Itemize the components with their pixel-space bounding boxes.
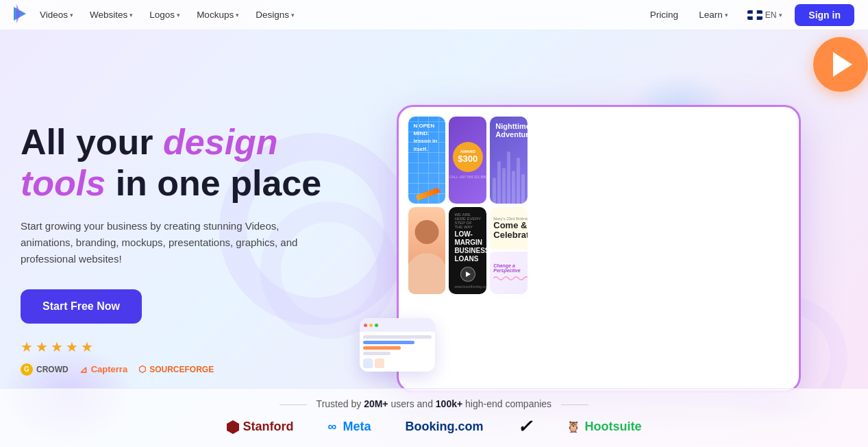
- badge-capterra: ⊿ Capterra: [79, 364, 127, 375]
- capterra-icon: ⊿: [79, 364, 88, 375]
- svg-marker-1: [16, 4, 21, 23]
- birthday-card: Mary's 23rd Birthday Come & Celebrate: [490, 207, 528, 250]
- play-icon: [833, 52, 852, 77]
- badge-sourceforge: ⬡ SOURCEFORGE: [138, 364, 214, 374]
- divider-right: [561, 404, 588, 405]
- nighttime-title: Nighttime Adventures: [490, 117, 528, 144]
- brand-logos-row: Stanford ∞ Meta Booking.com ✓ 🦉 Hootsuit…: [27, 416, 841, 437]
- meta-logo-icon: ∞: [328, 420, 337, 434]
- hootsuite-icon: 🦉: [567, 420, 580, 433]
- brand-meta: ∞ Meta: [328, 420, 371, 434]
- come-celebrate: Come & Celebrate: [493, 221, 528, 241]
- preview-cell-4: [408, 207, 446, 294]
- language-selector[interactable]: EN ▾: [742, 8, 789, 23]
- nav-websites[interactable]: Websites ▾: [83, 5, 140, 24]
- award-circle: AWARD $300: [453, 142, 483, 172]
- star-2: ★: [36, 339, 48, 355]
- loans-card: WE ARE HERE EVERY STEP OF THE WAY LOW-MA…: [449, 207, 486, 294]
- browser-line-4: [363, 352, 390, 355]
- logo[interactable]: [14, 4, 33, 26]
- nav-logos[interactable]: Logos ▾: [142, 5, 187, 24]
- trusted-20m: 20M+: [364, 398, 388, 409]
- building-6: [517, 158, 520, 204]
- browser-body: [360, 332, 435, 372]
- review-badges: G CROWD ⊿ Capterra ⬡ SOURCEFORGE: [21, 363, 336, 376]
- squiggle-svg: [493, 274, 528, 282]
- preview-cell-3: Nighttime Adventures: [490, 117, 528, 204]
- chevron-icon: ▾: [291, 12, 295, 19]
- hero-content: All your design tools in one place Start…: [21, 122, 349, 376]
- preview-cell-1: N OPEN MIND. lesson in itself.: [408, 117, 446, 204]
- preview-cell-2: AWARD $300 CALL +997 684 321 896: [449, 117, 486, 204]
- stanford-icon: [227, 420, 239, 434]
- building-4: [507, 152, 510, 204]
- brand-nike: ✓: [517, 416, 532, 437]
- browser-icon-row: [363, 359, 432, 368]
- trusted-part1: Trusted by: [317, 398, 364, 409]
- nav-designs[interactable]: Designs ▾: [249, 5, 301, 24]
- title-part1: All your: [21, 122, 163, 162]
- cell1-text: N OPEN MIND. lesson in itself.: [414, 122, 446, 153]
- browser-top-bar: [360, 318, 435, 332]
- chevron-icon: ▾: [236, 12, 239, 19]
- main-preview-collage: N OPEN MIND. lesson in itself. AWARD $30…: [397, 105, 801, 393]
- nike-swoosh: ✓: [517, 416, 532, 437]
- stars-row: ★ ★ ★ ★ ★: [21, 339, 336, 355]
- browser-dot-green: [375, 324, 378, 327]
- cell2-phone: CALL +997 684 321 896: [449, 175, 486, 179]
- star-1: ★: [21, 339, 33, 355]
- brand-booking: Booking.com: [405, 420, 483, 434]
- browser-preview-card: [360, 318, 435, 372]
- building-7: [521, 174, 525, 204]
- building-2: [497, 161, 501, 204]
- browser-dot-yellow: [369, 324, 373, 327]
- change-title: Change a Perspective: [493, 263, 528, 273]
- loans-subtitle: WE ARE HERE EVERY STEP OF THE WAY: [454, 213, 481, 229]
- trusted-part3: high-end companies: [465, 398, 551, 409]
- nav-videos[interactable]: Videos ▾: [33, 5, 80, 24]
- nav-learn[interactable]: Learn ▾: [692, 5, 735, 24]
- signin-button[interactable]: Sign in: [795, 4, 854, 26]
- chevron-icon: ▾: [177, 12, 180, 19]
- trusted-text: Trusted by 20M+ users and 100k+ high-end…: [27, 398, 841, 409]
- start-free-button[interactable]: Start Free Now: [21, 289, 142, 324]
- award-display: AWARD $300 CALL +997 684 321 896: [449, 117, 486, 204]
- trusted-part2: users and: [390, 398, 435, 409]
- browser-icon-2: [375, 359, 384, 368]
- star-3: ★: [51, 339, 63, 355]
- browser-line-1: [363, 335, 432, 339]
- loans-title: LOW-MARGIN BUSINESS LOANS: [454, 230, 481, 263]
- chevron-icon: ▾: [779, 12, 782, 19]
- loans-url: www.brandfonting.com: [454, 285, 481, 289]
- hero-subtitle: Start growing your business by creating …: [21, 218, 322, 267]
- hero-title: All your design tools in one place: [21, 122, 336, 204]
- browser-dot-red: [364, 324, 367, 327]
- browser-icon-1: [363, 359, 373, 368]
- nav-menu: Videos ▾ Websites ▾ Logos ▾ Mockups ▾ De…: [33, 5, 643, 24]
- big-play-button[interactable]: [813, 37, 868, 92]
- divider-left: [280, 404, 307, 405]
- person-head: [414, 220, 438, 244]
- floating-card: [360, 318, 435, 372]
- flag-icon: [747, 10, 762, 20]
- chevron-icon: ▾: [129, 12, 133, 19]
- nav-right: Pricing Learn ▾ EN ▾ Sign in: [643, 4, 854, 26]
- sf-icon: ⬡: [138, 364, 146, 374]
- preview-cell-6: Mary's 23rd Birthday Come & Celebrate Ch…: [490, 207, 528, 294]
- squiggles: [493, 274, 528, 282]
- building-1: [493, 178, 496, 204]
- browser-line-3: [363, 346, 401, 350]
- nav-mockups[interactable]: Mockups ▾: [190, 5, 246, 24]
- trusted-bar: Trusted by 20M+ users and 100k+ high-end…: [0, 388, 868, 447]
- building-5: [512, 171, 515, 204]
- building-3: [502, 168, 506, 204]
- brand-stanford: Stanford: [227, 420, 294, 434]
- preview-cell-5: WE ARE HERE EVERY STEP OF THE WAY LOW-MA…: [449, 207, 486, 294]
- trusted-100k: 100k+: [436, 398, 462, 409]
- g-icon: G: [21, 363, 33, 376]
- nav-pricing[interactable]: Pricing: [643, 5, 685, 24]
- change-perspective-card: Change a Perspective: [490, 252, 528, 294]
- loans-play-button[interactable]: [460, 267, 475, 282]
- lang-label: EN: [765, 10, 777, 20]
- hero-section: All your design tools in one place Start…: [0, 30, 868, 447]
